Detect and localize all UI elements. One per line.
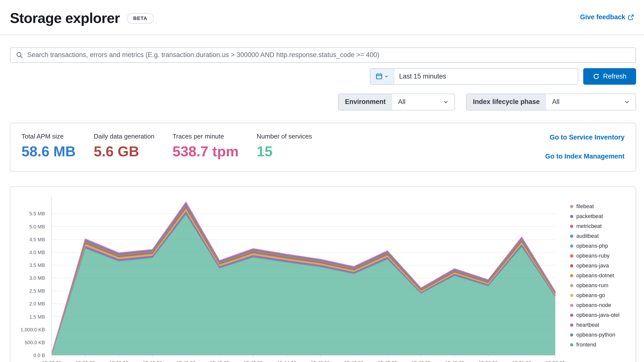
legend-color-dot [570, 274, 573, 277]
svg-text:3.0 MB: 3.0 MB [30, 275, 45, 281]
legend-item-opbeans-java[interactable]: opbeans-java [570, 263, 620, 269]
legend-label: opbeans-go [576, 292, 605, 299]
go-to-service-inventory-link[interactable]: Go to Service Inventory [550, 134, 624, 141]
legend-color-dot [570, 254, 573, 258]
stat-label: Daily data generation [94, 133, 154, 140]
svg-text:2.5 MB: 2.5 MB [30, 288, 45, 294]
svg-text:15:46:00: 15:46:00 [344, 360, 364, 362]
index-lifecycle-filter-value: All [552, 98, 560, 106]
legend-color-dot [570, 205, 573, 208]
environment-filter-group: Environment All [338, 94, 455, 110]
svg-text:15:42:00: 15:42:00 [210, 360, 229, 362]
storage-chart-panel: 5.5 MB5.0 MB4.5 MB4.0 MB3.5 MB3.0 MB2.5 … [10, 186, 636, 362]
search-row [0, 35, 644, 63]
svg-text:15:50:00: 15:50:00 [478, 360, 498, 362]
svg-text:5.5 MB: 5.5 MB [30, 211, 45, 216]
legend-label: packetbeat [576, 213, 603, 220]
date-range-value[interactable]: Last 15 minutes [394, 73, 446, 80]
legend-item-opbeans-node[interactable]: opbeans-node [570, 303, 620, 308]
legend-label: opbeans-java-otel [576, 312, 620, 318]
legend-label: metricbeat [576, 223, 602, 229]
legend-item-opbeans-python[interactable]: opbeans-python [570, 332, 620, 338]
legend-item-opbeans-java-otel[interactable]: opbeans-java-otel [570, 312, 620, 318]
legend-label: opbeans-php [576, 243, 608, 249]
legend-item-frontend[interactable]: frontend [570, 342, 620, 348]
legend-label: frontend [576, 342, 596, 348]
chevron-down-icon [443, 99, 448, 105]
svg-text:15:51:00: 15:51:00 [512, 360, 531, 362]
chevron-down-icon [624, 99, 630, 105]
legend-label: opbeans-java [576, 263, 609, 269]
legend-item-heartbeat[interactable]: heartbeat [570, 322, 620, 328]
svg-text:15:38:00: 15:38:00 [76, 360, 95, 362]
date-picker-row: Last 15 minutes Refresh [0, 63, 644, 85]
legend-label: opbeans-python [576, 332, 615, 338]
legend-label: opbeans-dotnet [576, 272, 614, 279]
stats-links: Go to Service Inventory Go to Index Mana… [545, 133, 624, 160]
legend-label: opbeans-ruby [576, 253, 610, 259]
title-wrap: Storage explorer BETA [10, 9, 154, 27]
stat-label: Number of services [257, 133, 312, 140]
svg-text:4.0 MB: 4.0 MB [30, 249, 45, 255]
svg-text:15:47:00: 15:47:00 [378, 360, 397, 362]
search-input[interactable] [27, 51, 630, 59]
refresh-button-label: Refresh [603, 73, 626, 80]
legend-color-dot [570, 343, 573, 347]
stat-value: 5.6 GB [94, 144, 154, 159]
search-icon [16, 51, 23, 59]
svg-text:2.0 MB: 2.0 MB [30, 301, 45, 307]
svg-text:15:40:00: 15:40:00 [143, 360, 162, 362]
stat-daily-data-generation: Daily data generation 5.6 GB [94, 133, 154, 160]
legend-item-opbeans-go[interactable]: opbeans-go [570, 293, 620, 298]
svg-text:15:37:00: 15:37:00 [42, 360, 61, 362]
legend-item-auditbeat[interactable]: auditbeat [570, 233, 620, 239]
svg-text:15:49:00: 15:49:00 [445, 360, 464, 362]
svg-text:4.5 MB: 4.5 MB [30, 237, 45, 242]
summary-stats-panel: Total APM size 58.6 MB Daily data genera… [10, 123, 636, 172]
index-lifecycle-filter-select[interactable]: All [546, 94, 636, 110]
legend-label: opbeans-rum [576, 282, 608, 289]
svg-text:3.5 MB: 3.5 MB [30, 263, 45, 268]
legend-item-packetbeat[interactable]: packetbeat [570, 214, 620, 219]
filters-row: Environment All Index lifecycle phase Al… [0, 85, 644, 110]
legend-color-dot [570, 314, 573, 317]
legend-label: opbeans-node [576, 302, 611, 309]
give-feedback-link[interactable]: Give feedback [580, 13, 634, 21]
svg-text:15:48:00: 15:48:00 [412, 360, 431, 362]
calendar-icon [376, 73, 382, 80]
svg-text:15:41:00: 15:41:00 [176, 360, 196, 362]
super-date-picker: Last 15 minutes [370, 68, 578, 85]
legend-color-dot [570, 333, 573, 337]
legend-color-dot [570, 215, 573, 218]
quick-select-button[interactable] [370, 69, 394, 84]
storage-explorer-page: Storage explorer BETA Give feedback [0, 0, 644, 362]
stat-total-apm-size: Total APM size 58.6 MB [22, 133, 76, 160]
index-lifecycle-filter-group: Index lifecycle phase All [466, 94, 636, 110]
refresh-button[interactable]: Refresh [583, 68, 636, 85]
legend-color-dot [570, 304, 573, 307]
environment-filter-select[interactable]: All [392, 94, 454, 110]
go-to-index-management-link[interactable]: Go to Index Management [545, 153, 624, 160]
legend-item-opbeans-ruby[interactable]: opbeans-ruby [570, 253, 620, 259]
legend-item-opbeans-php[interactable]: opbeans-php [570, 243, 620, 249]
legend-item-metricbeat[interactable]: metricbeat [570, 224, 620, 229]
legend-item-filebeat[interactable]: filebeat [570, 204, 620, 209]
feedback-link-label: Give feedback [580, 13, 625, 21]
chart-legend: filebeatpacketbeatmetricbeatauditbeatopb… [570, 204, 620, 348]
environment-filter-label: Environment [338, 94, 392, 110]
chevron-down-icon [384, 74, 389, 78]
legend-item-opbeans-dotnet[interactable]: opbeans-dotnet [570, 273, 620, 279]
index-lifecycle-filter-label: Index lifecycle phase [466, 94, 546, 110]
stat-value: 58.6 MB [22, 144, 76, 159]
svg-text:1.5 MB: 1.5 MB [30, 314, 45, 319]
storage-timeseries-chart[interactable]: 5.5 MB5.0 MB4.5 MB4.0 MB3.5 MB3.0 MB2.5 … [10, 187, 636, 362]
svg-text:5.0 MB: 5.0 MB [30, 224, 45, 229]
page-header: Storage explorer BETA Give feedback [0, 0, 644, 27]
stat-value: 538.7 tpm [172, 144, 239, 159]
environment-filter-value: All [398, 98, 406, 106]
legend-color-dot [570, 324, 573, 327]
refresh-icon [593, 73, 600, 80]
legend-label: auditbeat [576, 233, 599, 239]
legend-color-dot [570, 264, 573, 267]
legend-item-opbeans-rum[interactable]: opbeans-rum [570, 283, 620, 288]
